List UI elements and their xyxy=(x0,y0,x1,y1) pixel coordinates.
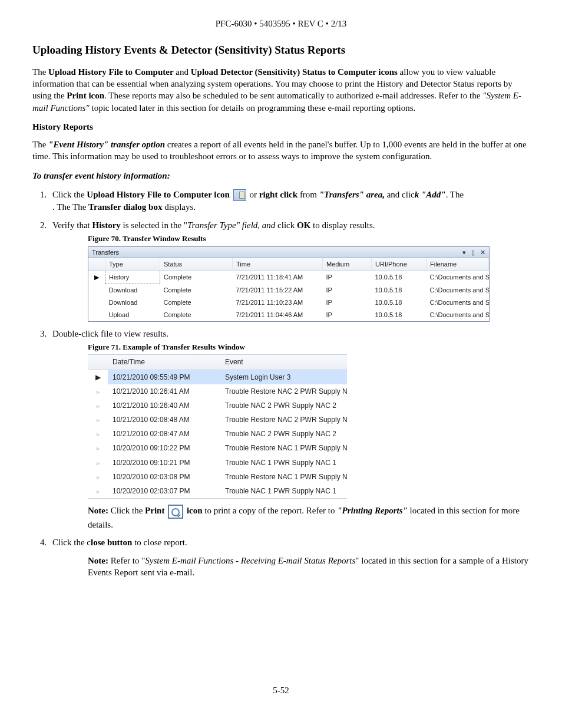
intro-paragraph: The Upload History File to Computer and … xyxy=(32,66,530,114)
table-row[interactable]: DownloadComplete7/21/2011 11:10:23 AMIP1… xyxy=(88,297,489,309)
table-row[interactable]: ▹10/21/2010 10:26:41 AMTrouble Restore N… xyxy=(88,384,347,398)
col-type[interactable]: Type xyxy=(105,258,160,271)
page-number: 5-52 xyxy=(32,684,530,696)
steps-list: Click the Upload History File to Compute… xyxy=(32,189,530,578)
table-row[interactable]: ▹10/20/2010 09:10:22 PMTrouble Restore N… xyxy=(88,441,347,455)
table-row[interactable]: ▹10/20/2010 02:03:08 PMTrouble Restore N… xyxy=(88,470,347,484)
close-icon[interactable]: ✕ xyxy=(480,248,485,257)
col-event[interactable]: Event xyxy=(220,355,347,370)
results-window: Date/Time Event ▶10/21/2010 09:55:49 PMS… xyxy=(88,354,347,499)
step-3: Double-click file to view results. Figur… xyxy=(49,328,530,531)
note-email: Note: Refer to "System E-mail Functions … xyxy=(88,555,530,579)
col-datetime[interactable]: Date/Time xyxy=(108,355,220,370)
transfers-title-text: Transfers xyxy=(92,248,119,257)
doc-header: PFC-6030 • 5403595 • REV C • 2/13 xyxy=(32,18,530,29)
results-table: Date/Time Event ▶10/21/2010 09:55:49 PMS… xyxy=(88,355,347,498)
upload-history-icon xyxy=(233,189,246,201)
figure-70-caption: Figure 70. Transfer Window Results xyxy=(88,233,530,244)
step-4: Click the close button to close report. … xyxy=(49,536,530,578)
col-time[interactable]: Time xyxy=(233,258,323,271)
table-row[interactable]: ▹10/21/2010 02:08:47 AMTrouble NAC 2 PWR… xyxy=(88,427,347,441)
col-status[interactable]: Status xyxy=(160,258,233,271)
col-uri[interactable]: URI/Phone xyxy=(372,258,427,271)
table-row[interactable]: ▹10/21/2010 10:26:40 AMTrouble NAC 2 PWR… xyxy=(88,398,347,413)
col-medium[interactable]: Medium xyxy=(323,258,372,271)
dropdown-icon[interactable]: ▾ xyxy=(462,248,466,257)
note-print: Note: Click the Print icon to print a co… xyxy=(88,505,530,531)
pin-icon[interactable]: ▯ xyxy=(471,248,475,257)
page-title: Uploading History Events & Detector (Sen… xyxy=(32,42,530,58)
history-reports-head: History Reports xyxy=(32,121,530,133)
figure-71-caption: Figure 71. Example of Transfer Results W… xyxy=(88,342,530,353)
table-row[interactable]: ▹10/20/2010 09:10:21 PMTrouble NAC 1 PWR… xyxy=(88,456,347,470)
transfer-procedure-head: To transfer event history information: xyxy=(32,170,530,182)
table-row[interactable]: ▹10/20/2010 02:03:07 PMTrouble NAC 1 PWR… xyxy=(88,484,347,498)
table-row[interactable]: UploadComplete7/21/2011 11:04:46 AMIP10.… xyxy=(88,309,489,321)
table-row[interactable]: ▶HistoryComplete7/21/2011 11:18:41 AMIP1… xyxy=(88,271,489,284)
transfers-table: Type Status Time Medium URI/Phone Filena… xyxy=(88,258,489,321)
step-1: Click the Upload History File to Compute… xyxy=(49,189,530,213)
print-preview-icon xyxy=(168,505,183,519)
transfers-window: Transfers ▾ ▯ ✕ Type Status Time Medium … xyxy=(88,246,490,322)
table-row[interactable]: ▹10/21/2010 02:08:48 AMTrouble Restore N… xyxy=(88,413,347,427)
step-2: Verify that History is selected in the "… xyxy=(49,219,530,322)
history-reports-paragraph: The "Event History" transfer option crea… xyxy=(32,139,530,163)
table-row[interactable]: DownloadComplete7/21/2011 11:15:22 AMIP1… xyxy=(88,284,489,297)
col-file[interactable]: Filename xyxy=(427,258,489,271)
table-row[interactable]: ▶10/21/2010 09:55:49 PMSystem Login User… xyxy=(88,370,347,384)
transfers-titlebar: Transfers ▾ ▯ ✕ xyxy=(88,247,489,259)
